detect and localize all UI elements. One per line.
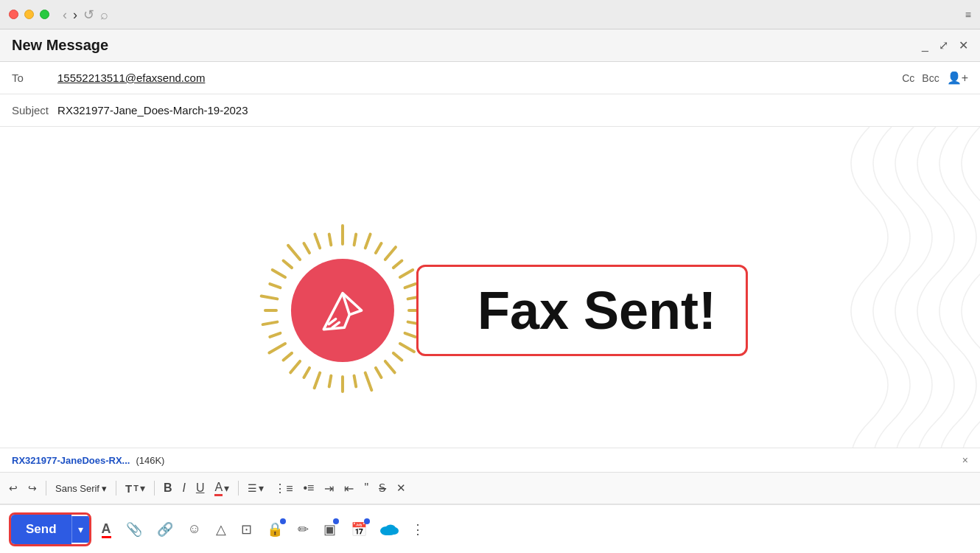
bold-button[interactable]: B: [161, 480, 175, 496]
traffic-lights: [9, 10, 49, 19]
minimize-traffic-light[interactable]: [24, 10, 34, 19]
font-size-t2: T: [133, 484, 139, 493]
clear-format-button[interactable]: ✕: [393, 480, 409, 496]
subject-value[interactable]: RX321977-Jane_Does-March-19-2023: [57, 104, 968, 116]
font-size-button[interactable]: TT ▾: [122, 481, 148, 496]
svg-line-10: [315, 373, 321, 389]
outdent-button[interactable]: ⇤: [341, 480, 357, 497]
lock-button[interactable]: 🔒: [262, 517, 287, 542]
bottom-toolbar: Send ▾ A 📎 🔗 ☺ △ ⊡ 🔒: [0, 504, 980, 553]
svg-line-1: [365, 234, 371, 248]
search-button[interactable]: ⌕: [99, 8, 110, 21]
salesforce-button[interactable]: [377, 518, 401, 541]
align-dropdown: ▾: [259, 482, 264, 494]
separator-3: [154, 481, 155, 495]
font-size-dropdown: ▾: [140, 482, 145, 494]
to-value[interactable]: 15552213511@efaxsend.com: [57, 72, 902, 84]
svg-line-23: [405, 333, 416, 337]
svg-line-3: [400, 270, 413, 277]
close-email-button[interactable]: ✕: [959, 38, 968, 52]
text-color-bottom-button[interactable]: A: [97, 517, 116, 541]
font-name-label: Sans Serif: [55, 483, 99, 494]
svg-line-33: [284, 261, 292, 268]
expand-email-button[interactable]: ⤢: [939, 38, 948, 52]
forward-button[interactable]: ›: [71, 8, 79, 21]
svg-line-7: [385, 361, 395, 372]
svg-line-8: [365, 373, 372, 390]
italic-button[interactable]: I: [179, 480, 188, 496]
image-icon: ⊡: [241, 522, 252, 537]
email-body-area: Fax Sent! RX321977-JaneDoes-RX... (146K)…: [0, 127, 980, 553]
undo-button[interactable]: ↩: [6, 481, 21, 495]
lock-icon: 🔒: [267, 522, 283, 537]
blockquote-button[interactable]: ": [361, 480, 371, 496]
subject-label: Subject: [12, 104, 49, 116]
svg-line-15: [273, 270, 285, 277]
svg-point-43: [382, 529, 396, 535]
attach-button[interactable]: 📎: [122, 517, 147, 542]
to-right-controls: Cc Bcc 👤+: [902, 71, 968, 85]
svg-line-2: [385, 247, 396, 260]
drive-icon: △: [216, 522, 226, 537]
svg-line-20: [393, 261, 402, 268]
svg-line-24: [393, 353, 402, 361]
lock-badge: [280, 518, 286, 524]
more-icon: ⋮: [411, 522, 424, 537]
attachment-row: RX321977-JaneDoes-RX... (146K) ×: [0, 448, 980, 472]
bcc-button[interactable]: Bcc: [922, 72, 939, 84]
svg-line-32: [270, 284, 280, 288]
sig-button[interactable]: ▣: [319, 517, 340, 542]
bullet-list-button[interactable]: •≡: [300, 480, 317, 496]
font-family-selector[interactable]: Sans Serif ▾: [52, 481, 110, 495]
text-color-a-icon: A: [102, 521, 111, 538]
fax-sent-overlay: Fax Sent!: [232, 200, 748, 421]
more-options-button[interactable]: ⋮: [407, 517, 429, 542]
link-button[interactable]: 🔗: [153, 517, 178, 542]
salesforce-icon: [377, 518, 401, 541]
font-color-button[interactable]: A ▾: [211, 479, 232, 498]
send-button[interactable]: Send: [11, 515, 71, 544]
to-label: To: [12, 72, 49, 84]
sig-icon: ▣: [323, 522, 336, 537]
nav-buttons: ‹ › ↺ ⌕: [61, 8, 110, 21]
emoji-button[interactable]: ☺: [183, 517, 206, 541]
pen-icon: ✏: [298, 522, 309, 537]
refresh-button[interactable]: ↺: [82, 8, 96, 21]
svg-line-35: [329, 234, 332, 246]
underline-button[interactable]: U: [193, 480, 208, 496]
svg-line-34: [304, 243, 309, 253]
separator-4: [238, 481, 239, 495]
sig-badge: [333, 518, 339, 524]
attachment-close-button[interactable]: ×: [962, 454, 968, 466]
numbered-list-button[interactable]: ⋮≡: [271, 480, 295, 497]
separator-1: [46, 481, 46, 495]
strikethrough-button[interactable]: S̶: [376, 480, 389, 496]
svg-line-26: [354, 376, 357, 387]
pen-button[interactable]: ✏: [293, 517, 313, 542]
align-button[interactable]: ☰ ▾: [245, 481, 267, 495]
maximize-traffic-light[interactable]: [40, 10, 49, 19]
window-controls-right: ≡: [965, 9, 971, 21]
attachment-size: (146K): [136, 455, 164, 466]
svg-line-19: [376, 243, 382, 253]
image-button[interactable]: ⊡: [237, 517, 256, 542]
email-header: New Message _ ⤢ ✕: [0, 29, 980, 62]
cc-button[interactable]: Cc: [902, 72, 914, 84]
separator-2: [116, 481, 116, 495]
title-bar: ‹ › ↺ ⌕ ≡: [0, 0, 980, 29]
indent-button[interactable]: ⇥: [321, 480, 337, 497]
email-title: New Message: [12, 37, 108, 54]
svg-line-30: [270, 333, 280, 337]
close-traffic-light[interactable]: [9, 10, 18, 19]
calendar-button[interactable]: 📅: [346, 517, 371, 542]
email-window: New Message _ ⤢ ✕ To 15552213511@efaxsen…: [0, 29, 980, 553]
back-button[interactable]: ‹: [61, 8, 69, 21]
add-contact-button[interactable]: 👤+: [947, 71, 968, 85]
align-icon: ☰: [248, 482, 257, 494]
minimize-email-button[interactable]: _: [922, 39, 928, 52]
send-dropdown-button[interactable]: ▾: [71, 516, 89, 543]
redo-button[interactable]: ↪: [25, 481, 40, 495]
drive-button[interactable]: △: [211, 517, 231, 542]
font-dropdown-arrow: ▾: [102, 483, 107, 494]
menu-icon[interactable]: ≡: [965, 9, 971, 21]
